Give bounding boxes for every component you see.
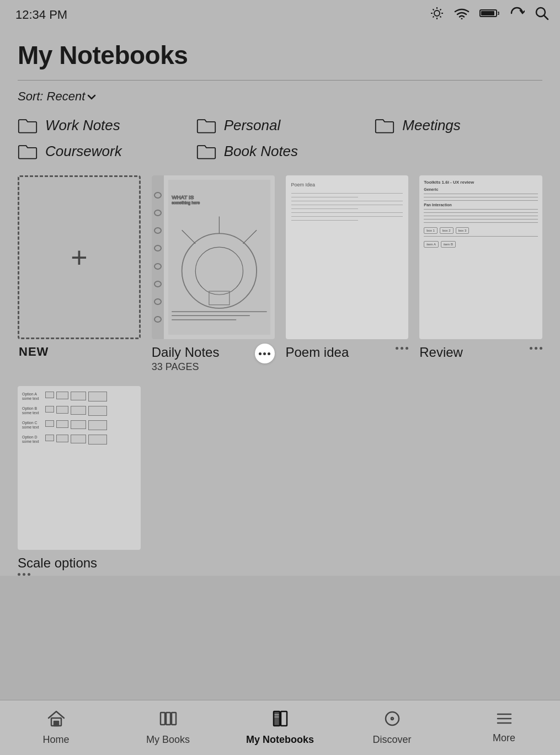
- svg-line-8: [440, 9, 441, 10]
- folder-work-notes-label: Work Notes: [45, 117, 120, 134]
- folder-icon: [18, 117, 38, 134]
- folder-work-notes[interactable]: Work Notes: [18, 117, 185, 134]
- new-notebook-thumbnail: +: [18, 175, 141, 339]
- svg-text:something here: something here: [172, 200, 200, 205]
- scale-box-xl: [88, 435, 107, 445]
- scale-options-more-button[interactable]: [18, 573, 141, 576]
- dot: [259, 352, 262, 355]
- scale-boxes-c: [45, 420, 107, 430]
- poem-line: [291, 193, 403, 194]
- sort-chevron-icon: [87, 89, 96, 104]
- scale-box-lg: [71, 435, 86, 443]
- svg-rect-29: [172, 713, 176, 725]
- tab-my-books-label: My Books: [146, 734, 190, 746]
- scale-options-meta: Scale options: [18, 555, 141, 571]
- scale-box-md: [56, 392, 68, 399]
- notebook-daily-notes[interactable]: WHAT IS something here: [152, 175, 275, 373]
- daily-notes-name: Daily Notes: [152, 345, 220, 360]
- new-notebook-card[interactable]: + NEW: [18, 175, 141, 373]
- tab-more[interactable]: More: [448, 711, 560, 744]
- page-title: My Notebooks: [18, 29, 542, 76]
- scale-box-md: [56, 435, 68, 442]
- scale-box-sm: [45, 406, 54, 413]
- title-divider: [18, 80, 542, 81]
- svg-rect-30: [274, 711, 280, 726]
- scale-box-lg: [71, 392, 86, 400]
- main-content: My Notebooks Sort: Recent Work Notes P: [0, 29, 560, 576]
- svg-line-7: [433, 17, 434, 18]
- search-icon[interactable]: [535, 6, 549, 23]
- sort-button[interactable]: Sort: Recent: [18, 89, 96, 104]
- scale-box-lg: [71, 406, 86, 415]
- folder-personal[interactable]: Personal: [196, 117, 364, 134]
- scale-boxes-b: [45, 406, 107, 416]
- svg-line-18: [182, 230, 195, 244]
- notebook-poem-idea[interactable]: Poem Idea Poem idea: [286, 175, 409, 373]
- dot: [540, 347, 542, 350]
- scale-label-d: Option Dsome text: [22, 435, 42, 445]
- scale-box-sm: [45, 392, 54, 398]
- scale-box-xl: [88, 420, 107, 430]
- folder-icon: [18, 143, 38, 160]
- sketch-area: WHAT IS something here: [168, 180, 270, 335]
- svg-rect-28: [166, 713, 170, 725]
- folder-meetings[interactable]: Meetings: [375, 117, 542, 134]
- scale-boxes-d: [45, 435, 107, 445]
- review-thumbnail: Toolkits 1.6i - UX review Generic Pan In…: [419, 175, 542, 339]
- review-box: item B: [441, 241, 456, 248]
- scale-label-c: Option Csome text: [22, 421, 42, 430]
- tab-home-label: Home: [42, 734, 69, 746]
- dot: [28, 573, 30, 576]
- folder-meetings-label: Meetings: [402, 117, 461, 134]
- folders-grid: Work Notes Personal Meetings Coursework: [18, 117, 542, 160]
- tab-home[interactable]: Home: [0, 710, 112, 746]
- new-label: NEW: [18, 345, 49, 358]
- dot: [263, 352, 266, 355]
- sync-icon[interactable]: [509, 6, 525, 24]
- brightness-icon[interactable]: [430, 6, 444, 23]
- scale-label-a: Option Asome text: [22, 392, 42, 401]
- notebook-review[interactable]: Toolkits 1.6i - UX review Generic Pan In…: [419, 175, 542, 373]
- poem-idea-meta: Poem idea: [286, 345, 409, 360]
- daily-notes-meta: Daily Notes 33 PAGES: [152, 345, 275, 373]
- tab-bar: Home My Books My Notebooks: [0, 700, 560, 755]
- scale-row-c: Option Csome text: [22, 420, 136, 430]
- tab-discover[interactable]: Discover: [336, 710, 448, 746]
- dot: [530, 347, 532, 350]
- spiral-binding: [152, 175, 164, 339]
- folder-icon: [196, 117, 216, 134]
- review-section2: Pan Interaction: [424, 203, 538, 207]
- scale-box-lg: [71, 420, 86, 429]
- review-name: Review: [419, 345, 463, 360]
- scale-box-xl: [88, 406, 107, 416]
- tab-more-label: More: [493, 732, 515, 744]
- tab-my-notebooks[interactable]: My Notebooks: [224, 710, 336, 746]
- more-icon: [495, 711, 513, 729]
- folder-coursework[interactable]: Coursework: [18, 143, 185, 160]
- daily-notes-content: WHAT IS something here: [164, 175, 275, 339]
- tab-my-books[interactable]: My Books: [112, 710, 224, 746]
- new-plus-icon: +: [71, 243, 87, 272]
- battery-icon: [479, 8, 499, 21]
- poem-line: [291, 212, 403, 213]
- home-icon: [47, 710, 65, 731]
- poem-idea-more-button[interactable]: [396, 347, 408, 350]
- svg-rect-11: [481, 11, 494, 15]
- poem-idea-name: Poem idea: [286, 345, 349, 360]
- svg-point-9: [461, 18, 463, 20]
- svg-point-0: [434, 10, 440, 16]
- scale-options-name: Scale options: [18, 555, 97, 571]
- dot: [396, 347, 398, 350]
- review-more-button[interactable]: [530, 347, 542, 350]
- svg-line-5: [433, 9, 434, 10]
- folder-book-notes[interactable]: Book Notes: [196, 143, 364, 160]
- tab-my-notebooks-label: My Notebooks: [246, 734, 314, 746]
- notebooks-icon: [271, 710, 289, 731]
- folder-icon: [196, 143, 216, 160]
- dot: [401, 347, 403, 350]
- review-thumb-title: Toolkits 1.6i - UX review: [424, 180, 538, 185]
- notebook-scale-options[interactable]: Option Asome text Option Bsome text: [18, 386, 141, 576]
- sort-bar: Sort: Recent: [18, 89, 542, 104]
- review-box: box 3: [456, 227, 470, 234]
- daily-notes-more-button[interactable]: [255, 344, 275, 363]
